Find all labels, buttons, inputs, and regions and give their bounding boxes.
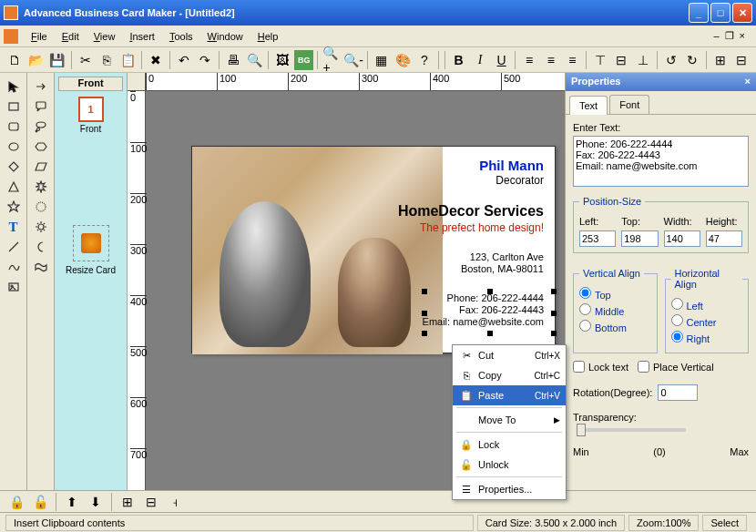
text-tool[interactable]: T xyxy=(5,219,23,235)
mdi-minimize-icon[interactable]: – xyxy=(713,30,719,42)
selection-handle[interactable] xyxy=(487,289,493,294)
ctx-copy[interactable]: ⎘CopyCtrl+C xyxy=(453,365,566,385)
rotate-left-button[interactable]: ↺ xyxy=(661,50,681,70)
selection-handle[interactable] xyxy=(422,331,427,336)
image-button[interactable]: 🖼 xyxy=(272,50,292,70)
hexagon-tool[interactable] xyxy=(32,138,50,155)
menu-insert[interactable]: Insert xyxy=(122,28,162,45)
bg-button[interactable]: BG xyxy=(294,50,314,70)
valign-bot-button[interactable]: ⊥ xyxy=(633,50,653,70)
ungroup-icon[interactable]: ⊟ xyxy=(141,492,161,512)
left-input[interactable] xyxy=(579,230,616,247)
ctx-paste[interactable]: 📋PasteCtrl+V xyxy=(453,385,566,405)
rotation-input[interactable] xyxy=(658,384,698,401)
valign-top[interactable]: Top xyxy=(579,287,651,301)
zoomin-button[interactable]: 🔍+ xyxy=(322,50,342,70)
copy-button[interactable]: ⎘ xyxy=(97,50,117,70)
valign-middle[interactable]: Middle xyxy=(579,303,651,317)
triangle-tool[interactable] xyxy=(5,179,23,195)
bring-front-icon[interactable]: ⬆ xyxy=(62,492,82,512)
maximize-button[interactable]: □ xyxy=(710,3,730,23)
zoomout-button[interactable]: 🔍- xyxy=(343,50,363,70)
underline-button[interactable]: U xyxy=(492,50,512,70)
halign-left[interactable]: Left xyxy=(671,298,743,312)
ungroup-button[interactable]: ⊟ xyxy=(732,50,752,70)
align-right-button[interactable]: ≡ xyxy=(563,50,583,70)
print-button[interactable]: 🖶 xyxy=(223,50,243,70)
halign-right[interactable]: Right xyxy=(671,331,743,344)
moon-tool[interactable] xyxy=(32,239,50,255)
rotate-right-button[interactable]: ↻ xyxy=(682,50,702,70)
props-close-icon[interactable]: × xyxy=(745,76,751,88)
selection-handle[interactable] xyxy=(551,311,557,316)
align-center-button[interactable]: ≡ xyxy=(541,50,561,70)
halign-center[interactable]: Center xyxy=(671,314,743,328)
mdi-close-icon[interactable]: × xyxy=(740,30,745,42)
arrow-tool[interactable] xyxy=(32,78,50,95)
new-button[interactable]: 🗋 xyxy=(5,50,25,70)
height-input[interactable] xyxy=(706,230,742,247)
ctx-properties[interactable]: ☰Properties... xyxy=(453,479,566,499)
group-icon[interactable]: ⊞ xyxy=(117,492,138,512)
tab-text[interactable]: Text xyxy=(569,96,608,115)
send-back-icon[interactable]: ⬇ xyxy=(86,492,106,512)
parallelogram-tool[interactable] xyxy=(32,159,50,175)
card-name[interactable]: Phil Mann xyxy=(479,158,544,173)
tab-font[interactable]: Font xyxy=(609,95,649,114)
align-left-button[interactable]: ≡ xyxy=(519,50,539,70)
selection-handle[interactable] xyxy=(422,311,427,316)
ctx-cut[interactable]: ✂CutCtrl+X xyxy=(453,345,566,365)
bold-button[interactable]: B xyxy=(449,50,469,70)
curve-tool[interactable] xyxy=(5,259,23,275)
selection-handle[interactable] xyxy=(487,331,493,336)
menu-view[interactable]: View xyxy=(87,28,123,45)
card-phone[interactable]: Phone: 206-222-4444 xyxy=(447,292,544,303)
diamond-tool[interactable] xyxy=(5,159,23,175)
seal-tool[interactable] xyxy=(32,199,50,215)
card-company[interactable]: HomeDecor Services xyxy=(398,203,544,220)
selection-handle[interactable] xyxy=(422,289,427,294)
business-card[interactable]: Phil Mann Decorator HomeDecor Services T… xyxy=(191,146,556,353)
place-vertical-checkbox[interactable]: Place Vertical xyxy=(638,361,714,373)
menu-window[interactable]: Window xyxy=(200,28,250,45)
card-role[interactable]: Decorator xyxy=(495,174,544,187)
selection-handle[interactable] xyxy=(551,331,557,336)
wave-tool[interactable] xyxy=(32,259,50,275)
valign-bottom[interactable]: Bottom xyxy=(579,320,651,333)
image-tool[interactable] xyxy=(5,279,23,295)
width-input[interactable] xyxy=(664,230,700,247)
rect-tool[interactable] xyxy=(5,98,23,115)
delete-button[interactable]: ✖ xyxy=(146,50,166,70)
valign-mid-button[interactable]: ⊟ xyxy=(612,50,632,70)
align-icon[interactable]: ⫞ xyxy=(165,492,185,512)
grid-button[interactable]: ▦ xyxy=(372,50,392,70)
card-front-thumb[interactable]: 1 xyxy=(78,97,104,122)
thought-tool[interactable] xyxy=(32,118,50,135)
card-addr2[interactable]: Boston, MA-98011 xyxy=(461,263,544,274)
card-email[interactable]: Email: name@website.com xyxy=(423,316,544,327)
burst-tool[interactable] xyxy=(32,179,50,195)
lock-text-checkbox[interactable]: Lock text xyxy=(573,361,628,373)
card-fax[interactable]: Fax: 206-222-4443 xyxy=(459,304,544,315)
close-button[interactable]: ✕ xyxy=(732,3,752,23)
undo-button[interactable]: ↶ xyxy=(174,50,194,70)
top-input[interactable] xyxy=(621,230,658,247)
menu-edit[interactable]: Edit xyxy=(55,28,87,45)
roundrect-tool[interactable] xyxy=(5,118,23,135)
card-image[interactable] xyxy=(192,147,443,354)
valign-top-button[interactable]: ⊤ xyxy=(590,50,610,70)
minimize-button[interactable]: _ xyxy=(689,3,709,23)
sun-tool[interactable] xyxy=(32,219,50,235)
open-button[interactable]: 📂 xyxy=(26,50,46,70)
mdi-restore-icon[interactable]: ❐ xyxy=(725,30,734,42)
color-button[interactable]: 🎨 xyxy=(393,50,414,70)
save-button[interactable]: 💾 xyxy=(47,50,67,70)
unlock-icon[interactable]: 🔓 xyxy=(30,492,50,512)
ctx-moveto[interactable]: Move To▶ xyxy=(453,410,566,430)
redo-button[interactable]: ↷ xyxy=(196,50,216,70)
menu-file[interactable]: File xyxy=(24,28,55,45)
selection-handle[interactable] xyxy=(551,289,557,294)
ctx-unlock[interactable]: 🔓Unlock xyxy=(453,455,566,475)
text-input[interactable] xyxy=(573,136,749,187)
menu-help[interactable]: Help xyxy=(250,28,286,45)
